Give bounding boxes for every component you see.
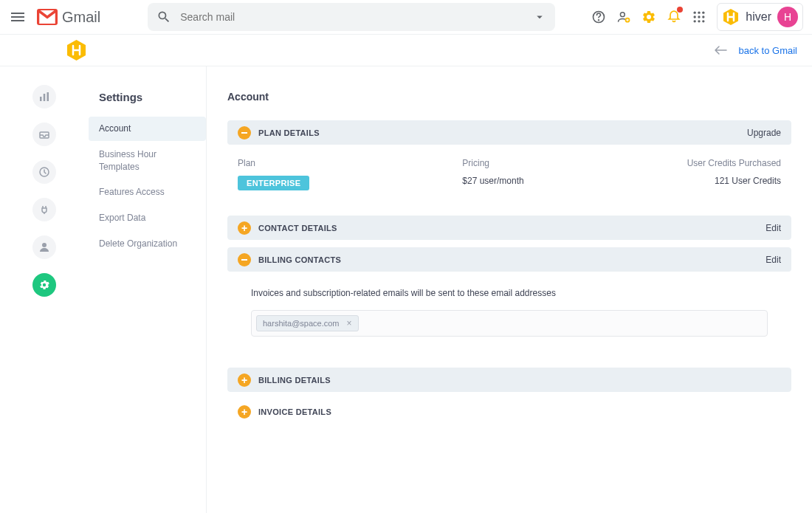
svg-point-2 <box>599 20 599 21</box>
svg-rect-16 <box>40 97 42 101</box>
email-chip-text: harshita@space.com <box>263 319 340 328</box>
back-to-gmail-link[interactable]: back to Gmail <box>714 45 797 56</box>
gmail-text: Gmail <box>62 9 100 26</box>
nav-account[interactable]: Account <box>89 117 206 141</box>
plan-label: Plan <box>238 158 462 168</box>
svg-point-13 <box>702 20 704 22</box>
plan-details-body: Plan ENTERPRISE Pricing $27 user/month U… <box>227 145 791 208</box>
gmail-icon <box>37 9 58 25</box>
rail-settings-icon[interactable] <box>32 273 56 297</box>
upgrade-link[interactable]: Upgrade <box>747 128 781 138</box>
section-invoice-details: INVOICE DETAILS <box>227 399 791 424</box>
svg-point-11 <box>694 20 696 22</box>
notification-wrap[interactable] <box>667 8 681 26</box>
settings-title: Settings <box>89 91 206 117</box>
icon-rail <box>0 66 89 513</box>
svg-point-6 <box>698 12 701 14</box>
search-input[interactable] <box>180 11 533 23</box>
help-icon[interactable] <box>591 10 606 24</box>
page-title: Account <box>227 91 791 103</box>
search-box[interactable] <box>148 3 555 31</box>
contact-details-header[interactable]: CONTACT DETAILS Edit <box>227 216 791 240</box>
billing-contacts-title: BILLING CONTACTS <box>258 255 341 264</box>
hiver-badge[interactable]: hiver H <box>717 3 803 31</box>
plan-col: Plan ENTERPRISE <box>238 158 462 190</box>
billing-contacts-edit-link[interactable]: Edit <box>765 255 781 265</box>
expand-icon <box>238 373 251 387</box>
credits-label: User Credits Purchased <box>687 158 781 168</box>
rail-analytics-icon[interactable] <box>32 85 56 109</box>
main-panel: Account PLAN DETAILS Upgrade Plan ENTERP… <box>207 66 812 513</box>
email-chip: harshita@space.com × <box>256 315 359 331</box>
billing-details-title: BILLING DETAILS <box>258 376 331 385</box>
gear-icon[interactable] <box>641 10 656 24</box>
arrow-back-icon <box>714 45 727 55</box>
pricing-value: $27 user/month <box>462 176 687 186</box>
plan-details-title: PLAN DETAILS <box>258 128 320 137</box>
svg-rect-17 <box>44 94 46 101</box>
contact-details-title: CONTACT DETAILS <box>258 224 337 233</box>
email-input-box[interactable]: harshita@space.com × <box>251 310 768 337</box>
hiver-hex-icon[interactable] <box>66 39 86 61</box>
credits-value: 121 User Credits <box>687 176 781 186</box>
svg-point-21 <box>42 243 47 247</box>
svg-point-3 <box>621 13 625 17</box>
section-billing-contacts: BILLING CONTACTS Edit Invoices and subsc… <box>227 247 791 360</box>
notification-dot <box>677 7 683 13</box>
header-right: hiver H <box>591 3 803 31</box>
content: Settings Account Business Hour Templates… <box>0 66 812 513</box>
billing-contacts-header[interactable]: BILLING CONTACTS Edit <box>227 247 791 272</box>
credits-col: User Credits Purchased 121 User Credits <box>687 158 781 190</box>
menu-icon[interactable] <box>9 8 27 26</box>
svg-point-5 <box>694 12 696 14</box>
expand-icon <box>238 221 251 235</box>
rail-clock-icon[interactable] <box>32 160 56 184</box>
gmail-logo[interactable]: Gmail <box>37 9 100 26</box>
chip-remove-icon[interactable]: × <box>347 318 352 328</box>
section-contact-details: CONTACT DETAILS Edit <box>227 216 791 240</box>
rail-plug-icon[interactable] <box>32 198 56 221</box>
collapse-icon <box>238 126 251 140</box>
billing-description: Invoices and subscription-related emails… <box>251 288 768 298</box>
svg-rect-18 <box>47 92 49 101</box>
pricing-col: Pricing $27 user/month <box>462 158 687 190</box>
plan-row: Plan ENTERPRISE Pricing $27 user/month U… <box>238 158 781 190</box>
hiver-brand-text: hiver <box>746 10 771 24</box>
expand-icon <box>238 405 251 419</box>
svg-point-9 <box>698 16 701 18</box>
collapse-icon <box>238 253 251 266</box>
section-billing-details: BILLING DETAILS <box>227 368 791 392</box>
nav-features-access[interactable]: Features Access <box>89 180 206 204</box>
svg-point-12 <box>698 20 701 22</box>
hiver-logo-icon <box>722 8 740 26</box>
svg-point-10 <box>702 16 704 18</box>
back-label: back to Gmail <box>739 45 797 56</box>
invoice-details-title: INVOICE DETAILS <box>258 407 331 416</box>
billing-contacts-body: Invoices and subscription-related emails… <box>227 272 791 360</box>
plan-details-header[interactable]: PLAN DETAILS Upgrade <box>227 120 791 145</box>
nav-business-hour[interactable]: Business Hour Templates <box>89 142 206 179</box>
gmail-header: Gmail <box>0 0 812 35</box>
apps-icon[interactable] <box>692 10 706 24</box>
svg-point-8 <box>694 16 696 18</box>
nav-delete-org[interactable]: Delete Organization <box>89 232 206 256</box>
pricing-label: Pricing <box>462 158 687 168</box>
svg-point-7 <box>702 12 704 14</box>
nav-export-data[interactable]: Export Data <box>89 206 206 230</box>
dropdown-icon[interactable] <box>533 10 546 24</box>
contact-edit-link[interactable]: Edit <box>765 223 781 233</box>
plan-badge: ENTERPRISE <box>238 176 309 190</box>
invoice-details-header[interactable]: INVOICE DETAILS <box>227 399 791 424</box>
avatar[interactable]: H <box>777 7 798 27</box>
sub-header: back to Gmail <box>0 35 812 66</box>
settings-sidebar: Settings Account Business Hour Templates… <box>89 66 207 513</box>
rail-inbox-icon[interactable] <box>32 123 56 146</box>
section-plan-details: PLAN DETAILS Upgrade Plan ENTERPRISE Pri… <box>227 120 791 208</box>
search-icon <box>156 10 171 24</box>
rail-person-icon[interactable] <box>32 235 56 259</box>
billing-details-header[interactable]: BILLING DETAILS <box>227 368 791 392</box>
person-add-icon[interactable] <box>616 10 631 24</box>
